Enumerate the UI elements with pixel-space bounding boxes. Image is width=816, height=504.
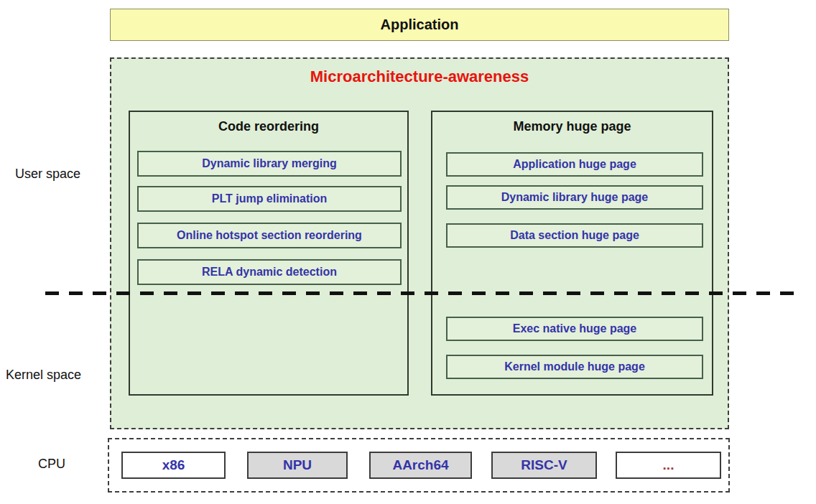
cpu-item-npu: NPU bbox=[247, 452, 348, 479]
feature-box-rela-dynamic-detection: RELA dynamic detection bbox=[137, 259, 402, 285]
feature-box-plt-jump-elimination: PLT jump elimination bbox=[137, 186, 402, 212]
microarchitecture-awareness-box: Microarchitecture-awareness Code reorder… bbox=[110, 57, 729, 429]
feature-box-data-section-huge-page: Data section huge page bbox=[446, 223, 703, 248]
application-box: Application bbox=[110, 9, 729, 41]
feature-box-dynamic-library-merging: Dynamic library merging bbox=[137, 151, 402, 177]
code-reordering-group: Code reordering Dynamic library merging … bbox=[129, 111, 409, 396]
feature-box-online-hotspot-section-reordering: Online hotspot section reordering bbox=[137, 223, 402, 248]
memory-huge-page-group: Memory huge page Application huge page D… bbox=[431, 111, 713, 396]
cpu-item-x86: x86 bbox=[121, 452, 226, 479]
feature-box-dynamic-library-huge-page: Dynamic library huge page bbox=[446, 185, 703, 210]
feature-box-kernel-module-huge-page: Kernel module huge page bbox=[446, 355, 703, 379]
architecture-diagram: Application Microarchitecture-awareness … bbox=[0, 0, 816, 504]
feature-box-exec-native-huge-page: Exec native huge page bbox=[446, 317, 703, 341]
code-reordering-title: Code reordering bbox=[130, 119, 407, 134]
cpu-item-ellipsis: ... bbox=[616, 452, 721, 479]
feature-box-application-huge-page: Application huge page bbox=[446, 152, 703, 177]
memory-huge-page-title: Memory huge page bbox=[432, 119, 712, 134]
cpu-item-aarch64: AArch64 bbox=[369, 452, 472, 479]
microarchitecture-awareness-title: Microarchitecture-awareness bbox=[111, 67, 728, 86]
cpu-item-riscv: RISC-V bbox=[491, 452, 597, 479]
user-kernel-space-divider bbox=[45, 291, 799, 295]
kernel-space-label: Kernel space bbox=[6, 368, 81, 383]
cpu-label: CPU bbox=[38, 457, 65, 472]
user-space-label: User space bbox=[15, 167, 80, 182]
cpu-group: x86 NPU AArch64 RISC-V ... bbox=[108, 438, 730, 493]
application-label: Application bbox=[381, 17, 459, 33]
